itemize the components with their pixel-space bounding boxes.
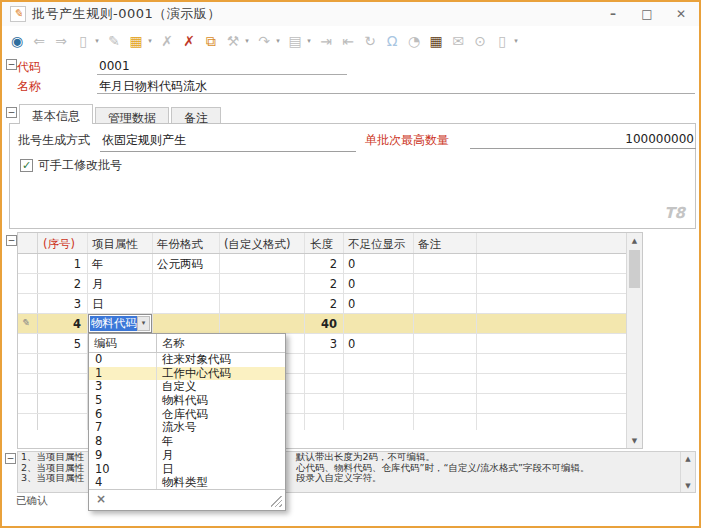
attr-combobox-dropdown-icon[interactable]: ▾ [137,316,150,331]
mail-icon[interactable]: ✉ [449,32,467,50]
code-label: 代码 [17,59,41,76]
collapse-notes-icon[interactable]: − [5,453,16,464]
window-title: 批号产生规则-0001（演示版） [32,5,221,23]
grid-header-year-format: 年份格式 [153,233,220,253]
max-qty-label: 单批次最高数量 [365,132,449,149]
grid-scroll-down-icon[interactable]: ▼ [627,433,642,448]
status-badge: 已确认 [16,494,48,508]
row-edit-pencil-icon: ✎ [18,314,38,333]
maximize-button[interactable]: □ [637,7,657,21]
grid-header-attr: 项目属性 [88,233,153,253]
report-dropdown-caret-icon[interactable]: ▾ [512,37,520,45]
gen-method-label: 批号生成方式 [18,132,90,149]
list-item[interactable]: 6仓库代码 [89,408,285,422]
table-row[interactable]: 3 日 2 0 [18,294,626,314]
tab-management-data[interactable]: 管理数据 [95,107,169,124]
page-prev-icon[interactable]: ⇤ [339,32,357,50]
dropdown-header-code: 编码 [89,334,157,352]
name-field-row: 名称 年月日物料代码流水 [2,76,691,94]
attr-combobox-selected-text[interactable]: 物料代码 [90,316,137,331]
list-item[interactable]: 5物料代码 [89,394,285,408]
edit-icon[interactable]: ✎ [105,32,123,50]
t8-watermark: T8 [664,204,685,222]
save-dropdown-caret-icon[interactable]: ▾ [146,37,154,45]
grid-header-length: 长度 [305,233,344,253]
table-row[interactable]: 2 月 2 0 [18,274,626,294]
grid-header-seq: (序号) [38,233,88,253]
manual-edit-checkbox-label: 可手工修改批号 [38,157,122,174]
notes-scroll-up-icon[interactable]: ▲ [681,452,695,465]
copy-icon[interactable]: ⧉ [202,32,220,50]
tools-dropdown-caret-icon[interactable]: ▾ [243,37,251,45]
notes-vertical-scrollbar[interactable]: ▲ ▼ [680,452,695,492]
tab-strip: 基本信息 管理数据 备注 [19,105,223,124]
delete-icon[interactable]: ✗ [158,32,176,50]
dropdown-close-icon[interactable]: × [96,492,106,506]
list-item[interactable]: 10日 [89,463,285,477]
forward-icon[interactable]: ⇒ [52,32,70,50]
toolbar: ◉ ⇐ ⇒ ▯▾ ✎ ▦▾ ✗ ✗ ⧉ ⚒▾ ↷▾ ▤▾ ⇥ ⇤ ↻ Ω ◔ ▦… [6,27,695,54]
manual-edit-checkbox[interactable]: ✓ [20,159,33,172]
new-dropdown-caret-icon[interactable]: ▾ [93,37,101,45]
dropdown-header-name: 名称 [157,334,285,352]
back-icon[interactable]: ⇐ [30,32,48,50]
dropdown-footer: × [89,489,285,510]
attr-combobox[interactable]: 物料代码 ▾ [88,314,152,333]
name-label: 名称 [17,78,41,95]
dropdown-item-list: 0往来对象代码 1工作中心代码 3自定义 5物料代码 6仓库代码 7流水号 8年… [89,353,285,489]
print-icon[interactable]: ▤ [286,32,304,50]
time-icon[interactable]: ◔ [405,32,423,50]
grid-scrollbar-thumb[interactable] [629,250,640,288]
gen-method-input[interactable]: 依固定规则产生 [100,132,356,152]
grid-header-row: (序号) 项目属性 年份格式 (自定义格式) 长度 不足位显示 备注 [18,233,626,254]
list-item[interactable]: 0往来对象代码 [89,353,285,367]
collapse-tabs-icon[interactable]: − [6,107,17,118]
view-browse-icon[interactable]: ◉ [8,32,26,50]
code-input[interactable]: 0001 [97,57,347,75]
name-input[interactable]: 年月日物料代码流水 [97,76,695,94]
list-item[interactable]: 8年 [89,435,285,449]
dropdown-header-row: 编码 名称 [89,334,285,353]
page-next-icon[interactable]: ⇥ [317,32,335,50]
app-edit-icon: ✎ [10,6,26,22]
notes-scroll-down-icon[interactable]: ▼ [681,479,695,492]
dropdown-resize-grip-icon[interactable] [271,496,282,507]
title-bar: ✎ 批号产生规则-0001（演示版） – □ ✕ [2,2,699,26]
basic-info-panel: 批号生成方式 依固定规则产生 单批次最高数量 100000000 ✓ 可手工修改… [9,123,696,229]
report-icon[interactable]: ▯ [493,32,511,50]
list-item[interactable]: 4物料类型 [89,476,285,489]
new-icon[interactable]: ▯ [74,32,92,50]
comment-icon[interactable]: ⊙ [471,32,489,50]
tab-basic-info[interactable]: 基本信息 [19,104,93,124]
list-item-highlighted[interactable]: 1工作中心代码 [89,367,285,381]
max-qty-input[interactable]: 100000000 [470,132,696,149]
export-dropdown-caret-icon[interactable]: ▾ [274,37,282,45]
export-icon[interactable]: ↷ [255,32,273,50]
grid-scroll-up-icon[interactable]: ▲ [627,233,642,248]
save-icon[interactable]: ▦ [127,32,145,50]
tab-remarks[interactable]: 备注 [171,107,221,124]
collapse-grid-icon[interactable]: − [6,235,17,246]
permission-icon[interactable]: Ω [383,32,401,50]
list-item[interactable]: 3自定义 [89,380,285,394]
grid-header-custom-format: (自定义格式) [220,233,305,253]
grid-header-filler [477,233,626,253]
tools-icon[interactable]: ⚒ [224,32,242,50]
list-item[interactable]: 9月 [89,449,285,463]
list-item[interactable]: 7流水号 [89,421,285,435]
table-row-editing[interactable]: ✎ 4 物料代码 ▾ 40 [18,314,626,334]
print-dropdown-caret-icon[interactable]: ▾ [305,37,313,45]
calculator-icon[interactable]: ▦ [427,32,445,50]
grid-header-selector [18,233,38,253]
manual-edit-checkbox-row: ✓ 可手工修改批号 [20,157,122,174]
app-window: ✎ 批号产生规则-0001（演示版） – □ ✕ ◉ ⇐ ⇒ ▯▾ ✎ ▦▾ ✗… [0,0,701,528]
table-row[interactable]: 1 年 公元两码 2 0 [18,254,626,274]
attr-dropdown-popup: 编码 名称 0往来对象代码 1工作中心代码 3自定义 5物料代码 6仓库代码 7… [88,333,286,511]
close-button[interactable]: ✕ [671,7,691,21]
grid-header-pad-display: 不足位显示 [344,233,414,253]
cancel-doc-icon[interactable]: ✗ [180,32,198,50]
grid-vertical-scrollbar[interactable]: ▲ ▼ [626,233,642,448]
code-field-row: 代码 0001 [2,57,691,75]
refresh-icon[interactable]: ↻ [361,32,379,50]
minimize-button[interactable]: – [603,7,623,21]
